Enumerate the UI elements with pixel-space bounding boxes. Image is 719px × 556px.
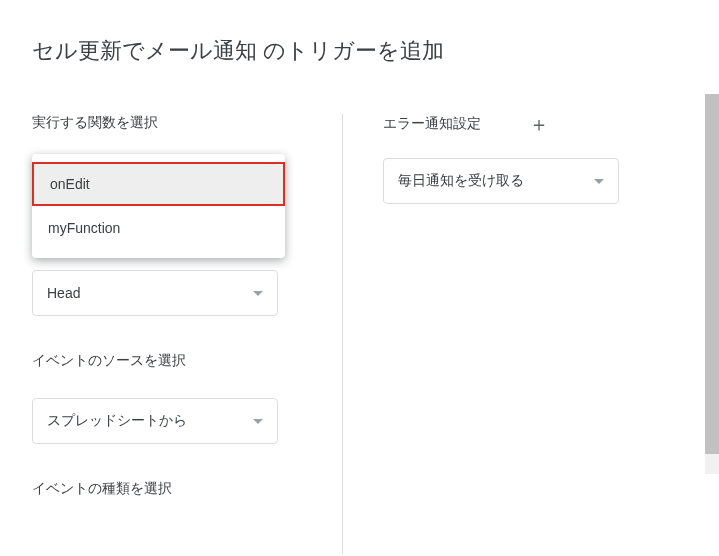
notify-select[interactable]: 毎日通知を受け取る: [383, 158, 619, 204]
deploy-select[interactable]: Head: [32, 270, 278, 316]
chevron-down-icon: [253, 419, 263, 424]
error-notify-label: エラー通知設定: [383, 115, 481, 133]
chevron-down-icon: [253, 291, 263, 296]
notify-select-value: 毎日通知を受け取る: [398, 172, 524, 190]
deploy-select-value: Head: [47, 285, 80, 301]
right-column: エラー通知設定 ＋ 毎日通知を受け取る: [383, 114, 719, 554]
source-select-label: イベントのソースを選択: [32, 352, 278, 370]
add-icon[interactable]: ＋: [529, 114, 549, 134]
dropdown-option-onedit[interactable]: onEdit: [32, 162, 285, 206]
column-divider: [342, 114, 343, 554]
dropdown-option-myfunction[interactable]: myFunction: [32, 206, 285, 250]
page-title: セル更新でメール通知 のトリガーを追加: [0, 0, 719, 66]
scrollbar-track[interactable]: [705, 94, 719, 474]
source-select[interactable]: スプレッドシートから: [32, 398, 278, 444]
source-select-value: スプレッドシートから: [47, 412, 187, 430]
chevron-down-icon: [594, 179, 604, 184]
type-select-label: イベントの種類を選択: [32, 480, 278, 498]
left-column: 実行する関数を選択 実行するデプロイを選択 Head イベントのソースを選択 ス…: [0, 114, 302, 554]
function-dropdown-menu[interactable]: onEdit myFunction: [32, 154, 285, 258]
function-select-label: 実行する関数を選択: [32, 114, 278, 132]
scrollbar-thumb[interactable]: [705, 94, 719, 454]
